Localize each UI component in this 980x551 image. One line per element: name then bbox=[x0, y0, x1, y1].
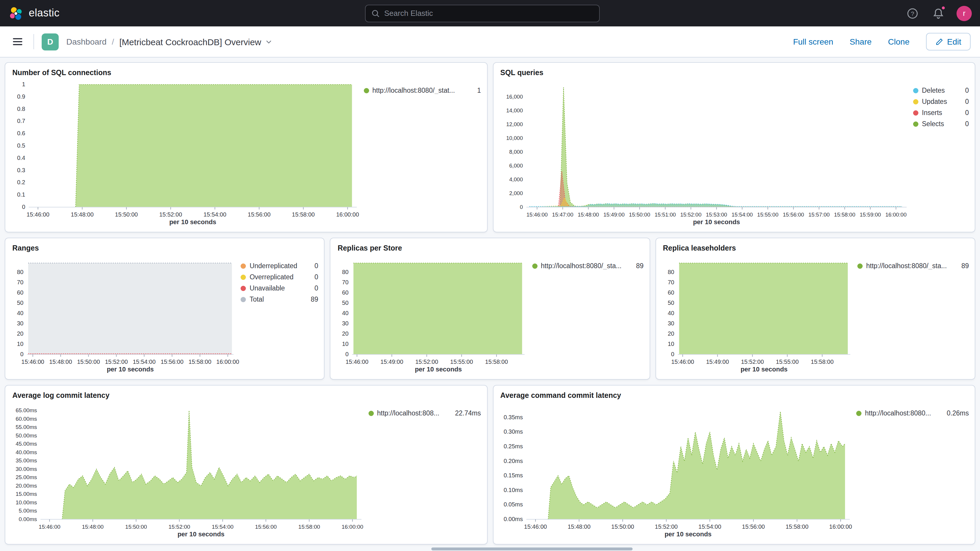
user-avatar[interactable]: r bbox=[956, 6, 972, 21]
legend-item[interactable]: http://localhost:8080...0.26ms bbox=[856, 409, 969, 417]
svg-text:6,000: 6,000 bbox=[509, 162, 523, 169]
svg-text:20.00ms: 20.00ms bbox=[16, 483, 37, 489]
svg-text:0.1: 0.1 bbox=[17, 191, 25, 198]
legend-item[interactable]: Updates0 bbox=[913, 98, 969, 105]
chart-legend: http://localhost:8080/_sta...89 bbox=[858, 255, 969, 374]
chart-log-commit-latency[interactable]: 0.00ms5.00ms10.00ms15.00ms20.00ms25.00ms… bbox=[11, 403, 368, 539]
legend-item[interactable]: Total89 bbox=[241, 296, 318, 303]
global-header: elastic Search Elastic ? bbox=[0, 0, 980, 26]
legend-item[interactable]: http://localhost:8080/_sta...89 bbox=[858, 262, 969, 269]
svg-text:15:46:00: 15:46:00 bbox=[524, 524, 547, 530]
svg-text:0.10ms: 0.10ms bbox=[503, 487, 523, 493]
legend-series-label: http://localhost:8080/_sta... bbox=[866, 262, 954, 269]
chart-ranges[interactable]: 0102030405060708015:46:0015:48:0015:50:0… bbox=[11, 255, 241, 374]
legend-item[interactable]: http://localhost:808...22.74ms bbox=[368, 409, 481, 417]
horizontal-scrollbar-thumb[interactable] bbox=[431, 548, 633, 550]
chart-replicas-per-store[interactable]: 0102030405060708015:46:0015:49:0015:52:0… bbox=[337, 255, 532, 374]
svg-text:30: 30 bbox=[668, 320, 674, 326]
chevron-down-icon[interactable] bbox=[265, 38, 272, 45]
svg-text:15:50:00: 15:50:00 bbox=[611, 524, 634, 530]
chart-legend: http://localhost:808...22.74ms bbox=[368, 403, 481, 539]
clone-button[interactable]: Clone bbox=[888, 37, 910, 46]
legend-series-value: 0 bbox=[315, 274, 318, 280]
svg-text:15:56:00: 15:56:00 bbox=[248, 211, 270, 218]
panel-title: Average command commit latency bbox=[499, 390, 969, 403]
svg-text:50: 50 bbox=[668, 299, 674, 306]
svg-text:15:50:00: 15:50:00 bbox=[629, 212, 650, 218]
legend-series-value: 89 bbox=[961, 262, 969, 269]
svg-text:40: 40 bbox=[342, 310, 348, 316]
svg-text:15:55:00: 15:55:00 bbox=[450, 358, 473, 365]
svg-text:10: 10 bbox=[17, 341, 24, 347]
panel-title: Number of SQL connections bbox=[11, 67, 481, 80]
svg-text:70: 70 bbox=[17, 279, 24, 285]
legend-item[interactable]: Underreplicated0 bbox=[241, 262, 318, 269]
full-screen-button[interactable]: Full screen bbox=[793, 37, 833, 46]
svg-text:15:58:00: 15:58:00 bbox=[292, 211, 315, 218]
svg-text:15:56:00: 15:56:00 bbox=[255, 524, 277, 530]
svg-text:80: 80 bbox=[668, 269, 674, 275]
chart-sql-queries[interactable]: 02,0004,0006,0008,00010,00012,00014,0001… bbox=[499, 80, 913, 227]
chart-sql-connections[interactable]: 00.10.20.30.40.50.60.70.80.9115:46:0015:… bbox=[11, 80, 364, 227]
breadcrumb-dashboard[interactable]: Dashboard bbox=[66, 37, 107, 46]
svg-text:15:53:00: 15:53:00 bbox=[706, 212, 727, 218]
alerts-bell-icon[interactable] bbox=[931, 6, 946, 21]
chart-legend: http://localhost:8080/_stat...1 bbox=[364, 80, 481, 227]
svg-text:14,000: 14,000 bbox=[506, 107, 523, 113]
search-input[interactable]: Search Elastic bbox=[365, 5, 600, 22]
legend-item[interactable]: Inserts0 bbox=[913, 109, 969, 116]
legend-series-dot bbox=[241, 297, 246, 302]
legend-item[interactable]: Unavailable0 bbox=[241, 285, 318, 291]
panel-title: Ranges bbox=[11, 243, 318, 255]
panel-replicas-per-store: Replicas per Store 0102030405060708015:4… bbox=[330, 238, 650, 380]
legend-series-dot bbox=[913, 88, 918, 93]
legend-item[interactable]: Selects0 bbox=[913, 120, 969, 127]
breadcrumb-separator: / bbox=[112, 37, 114, 46]
header-icons: ? r bbox=[905, 6, 972, 21]
legend-item[interactable]: Deletes0 bbox=[913, 87, 969, 94]
svg-text:15:56:00: 15:56:00 bbox=[161, 358, 183, 365]
legend-series-dot bbox=[364, 88, 369, 93]
svg-text:50: 50 bbox=[17, 299, 24, 306]
svg-text:per 10 seconds: per 10 seconds bbox=[169, 218, 216, 226]
legend-series-value: 22.74ms bbox=[455, 409, 481, 417]
svg-text:per 10 seconds: per 10 seconds bbox=[664, 530, 711, 538]
svg-text:15:48:00: 15:48:00 bbox=[71, 211, 94, 218]
svg-text:15:50:00: 15:50:00 bbox=[77, 358, 100, 365]
legend-item[interactable]: http://localhost:8080/_stat...1 bbox=[364, 87, 481, 94]
svg-text:12,000: 12,000 bbox=[506, 121, 523, 127]
svg-text:15:52:00: 15:52:00 bbox=[680, 212, 701, 218]
svg-text:15:58:00: 15:58:00 bbox=[485, 358, 508, 365]
svg-text:30: 30 bbox=[342, 320, 348, 326]
svg-text:16:00:00: 16:00:00 bbox=[342, 524, 363, 530]
svg-text:15:46:00: 15:46:00 bbox=[671, 358, 694, 365]
search-area: Search Elastic bbox=[60, 5, 905, 22]
space-badge[interactable]: D bbox=[42, 33, 59, 50]
chart-replica-leaseholders[interactable]: 0102030405060708015:46:0015:49:0015:52:0… bbox=[662, 255, 858, 374]
elastic-brand[interactable]: elastic bbox=[8, 6, 60, 21]
legend-series-label: http://localhost:8080... bbox=[865, 409, 940, 417]
svg-text:15:58:00: 15:58:00 bbox=[298, 524, 320, 530]
legend-item[interactable]: http://localhost:8080/_sta...89 bbox=[532, 262, 643, 269]
share-button[interactable]: Share bbox=[850, 37, 872, 46]
legend-series-dot bbox=[241, 285, 246, 291]
legend-item[interactable]: Overreplicated0 bbox=[241, 274, 318, 280]
help-icon[interactable]: ? bbox=[905, 6, 920, 21]
main-menu-icon[interactable] bbox=[10, 35, 26, 49]
svg-text:10: 10 bbox=[342, 341, 348, 347]
svg-text:0.5: 0.5 bbox=[17, 142, 25, 149]
svg-text:15:49:00: 15:49:00 bbox=[380, 358, 403, 365]
svg-text:1: 1 bbox=[22, 81, 25, 88]
panel-title: Replicas per Store bbox=[337, 243, 644, 255]
panel-row: Average log commit latency 0.00ms5.00ms1… bbox=[5, 385, 975, 545]
breadcrumb-current[interactable]: [Metricbeat CockroachDB] Overview bbox=[119, 37, 261, 47]
toolbar-divider bbox=[33, 34, 34, 49]
svg-text:55.00ms: 55.00ms bbox=[16, 424, 37, 430]
svg-text:50.00ms: 50.00ms bbox=[16, 433, 37, 439]
chart-legend: Deletes0Updates0Inserts0Selects0 bbox=[913, 80, 969, 227]
chart-command-commit-latency[interactable]: 0.00ms0.05ms0.10ms0.15ms0.20ms0.25ms0.30… bbox=[499, 403, 856, 539]
svg-text:15:46:00: 15:46:00 bbox=[526, 212, 547, 218]
svg-text:15:58:00: 15:58:00 bbox=[811, 358, 834, 365]
edit-button[interactable]: Edit bbox=[926, 33, 970, 51]
svg-text:0.2: 0.2 bbox=[17, 179, 25, 185]
